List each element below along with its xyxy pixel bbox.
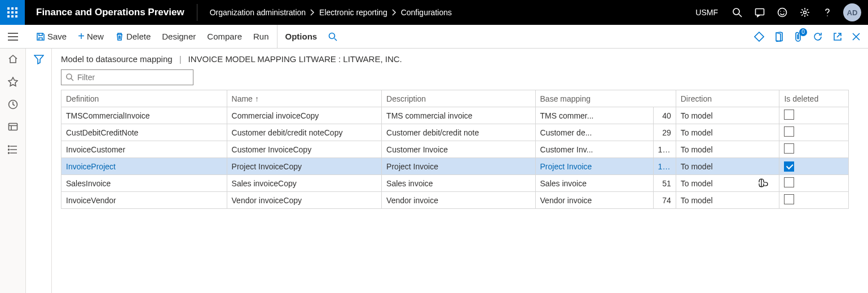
cell-base-mapping[interactable]: Vendor invoice [535, 192, 653, 209]
options-button[interactable]: Options [277, 25, 323, 48]
legal-entity[interactable]: USMF [688, 8, 726, 17]
breadcrumb-item[interactable]: Electronic reporting [319, 8, 387, 17]
col-definition[interactable]: Definition [61, 90, 227, 107]
col-description[interactable]: Description [382, 90, 535, 107]
cell-base-num[interactable]: 40 [653, 107, 676, 124]
is-deleted-checkbox[interactable] [784, 194, 794, 204]
compare-button[interactable]: Compare [201, 25, 248, 48]
avatar[interactable]: AD [843, 3, 861, 21]
save-button[interactable]: Save [30, 25, 72, 48]
table-row[interactable]: InvoiceProjectProject InvoiceCopyProject… [61, 158, 849, 175]
cell-direction[interactable]: To model [676, 192, 779, 209]
cell-base-num[interactable]: 112 [653, 158, 676, 175]
breadcrumb-item[interactable]: Organization administration [210, 8, 306, 17]
cell-is-deleted[interactable] [779, 192, 849, 209]
cell-is-deleted[interactable] [779, 124, 849, 141]
run-button[interactable]: Run [248, 25, 275, 48]
is-deleted-checkbox[interactable] [784, 110, 794, 120]
cell-description[interactable]: TMS commercial invoice [382, 107, 535, 124]
cell-definition[interactable]: InvoiceProject [61, 158, 227, 175]
search-button[interactable] [726, 0, 748, 25]
nav-workspaces[interactable] [0, 122, 26, 132]
grid-filter-input[interactable] [77, 73, 188, 82]
col-is-deleted[interactable]: Is deleted [779, 90, 849, 107]
nav-favorites[interactable] [0, 77, 26, 87]
cell-base-mapping[interactable]: Sales invoice [535, 175, 653, 192]
filter-pane-toggle[interactable] [34, 54, 44, 293]
new-button[interactable]: + New [72, 25, 109, 48]
cell-definition[interactable]: InvoiceCustomer [61, 141, 227, 158]
table-row[interactable]: CustDebitCreditNoteCustomer debit/credit… [61, 124, 849, 141]
is-deleted-checkbox[interactable] [784, 177, 794, 187]
cell-base-mapping[interactable]: Customer de... [535, 124, 653, 141]
feedback-button[interactable] [771, 0, 794, 25]
expand-button[interactable] [754, 32, 764, 42]
nav-recent[interactable] [0, 99, 26, 110]
designer-button[interactable]: Designer [156, 25, 201, 48]
waffle-launcher[interactable] [0, 0, 25, 25]
cell-base-num[interactable]: 127 [653, 141, 676, 158]
cell-base-num[interactable]: 74 [653, 192, 676, 209]
cell-direction[interactable]: To model [676, 158, 779, 175]
filter-strip [26, 49, 52, 293]
close-button[interactable] [852, 33, 860, 41]
nav-home[interactable] [0, 54, 26, 64]
cell-base-num[interactable]: 29 [653, 124, 676, 141]
nav-toggle[interactable] [0, 25, 26, 48]
cell-name[interactable]: Customer debit/credit noteCopy [227, 124, 382, 141]
cell-is-deleted[interactable] [779, 175, 849, 192]
is-deleted-checkbox[interactable] [784, 126, 794, 137]
cell-direction[interactable]: To model [676, 141, 779, 158]
table-row[interactable]: TMSCommercialInvoiceCommercial invoiceCo… [61, 107, 849, 124]
grid-filter[interactable] [61, 69, 193, 85]
delete-button[interactable]: Delete [109, 25, 156, 48]
breadcrumb-item[interactable]: Configurations [401, 8, 452, 17]
col-direction[interactable]: Direction [676, 90, 779, 107]
is-deleted-checkbox[interactable] [784, 161, 794, 172]
toolbar-right: 0 [754, 25, 868, 48]
cell-description[interactable]: Customer Invoice [382, 141, 535, 158]
cell-name[interactable]: Commercial invoiceCopy [227, 107, 382, 124]
table-row[interactable]: InvoiceCustomerCustomer InvoiceCopyCusto… [61, 141, 849, 158]
cell-definition[interactable]: InvoiceVendor [61, 192, 227, 209]
table-row[interactable]: SalesInvoiceSales invoiceCopySales invoi… [61, 175, 849, 192]
nav-modules[interactable] [0, 145, 26, 155]
cell-base-mapping[interactable]: Customer Inv... [535, 141, 653, 158]
is-deleted-checkbox[interactable] [784, 143, 794, 154]
cell-is-deleted[interactable] [779, 107, 849, 124]
cell-description[interactable]: Vendor invoice [382, 192, 535, 209]
top-bar: Finance and Operations Preview Organizat… [0, 0, 868, 25]
cell-description[interactable]: Project Invoice [382, 158, 535, 175]
messages-button[interactable] [748, 0, 771, 25]
col-name[interactable]: Name↑ [227, 90, 382, 107]
office-button[interactable] [774, 32, 783, 42]
cell-base-mapping[interactable]: TMS commer... [535, 107, 653, 124]
cell-base-mapping[interactable]: Project Invoice [535, 158, 653, 175]
cell-name[interactable]: Project InvoiceCopy [227, 158, 382, 175]
action-bar: Save + New Delete Designer Compare Run O… [26, 25, 754, 48]
cell-definition[interactable]: TMSCommercialInvoice [61, 107, 227, 124]
cell-is-deleted[interactable] [779, 141, 849, 158]
help-button[interactable] [816, 0, 839, 25]
cell-name[interactable]: Vendor invoiceCopy [227, 192, 382, 209]
cell-is-deleted[interactable] [779, 158, 849, 175]
svg-rect-3 [7, 11, 10, 14]
attachments-button[interactable]: 0 [794, 32, 803, 42]
cell-definition[interactable]: CustDebitCreditNote [61, 124, 227, 141]
toolbar-search-button[interactable] [323, 25, 343, 48]
cell-description[interactable]: Customer debit/credit note [382, 124, 535, 141]
cell-name[interactable]: Sales invoiceCopy [227, 175, 382, 192]
table-row[interactable]: InvoiceVendorVendor invoiceCopyVendor in… [61, 192, 849, 209]
cell-definition[interactable]: SalesInvoice [61, 175, 227, 192]
settings-button[interactable] [794, 0, 816, 25]
page-title: Model to datasource mapping [61, 54, 173, 64]
cell-description[interactable]: Sales invoice [382, 175, 535, 192]
cell-base-num[interactable]: 51 [653, 175, 676, 192]
cell-direction[interactable]: To model [676, 124, 779, 141]
popout-button[interactable] [833, 32, 842, 41]
cell-name[interactable]: Customer InvoiceCopy [227, 141, 382, 158]
cell-direction[interactable]: To model [676, 107, 779, 124]
refresh-button[interactable] [813, 32, 823, 42]
cell-direction[interactable]: To model [676, 175, 779, 192]
col-base-mapping[interactable]: Base mapping [535, 90, 676, 107]
